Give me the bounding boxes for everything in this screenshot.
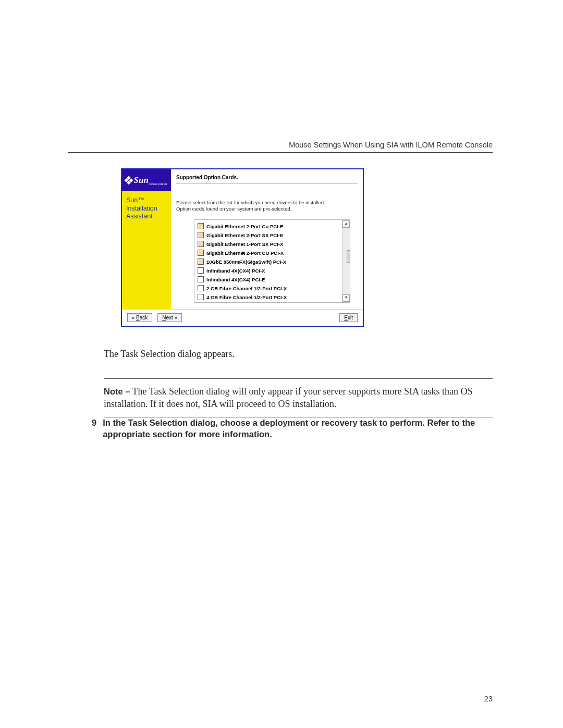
sun-logo-text: Sunmicrosystems: [134, 176, 168, 185]
scrollbar[interactable]: ▲ ▼: [342, 220, 350, 302]
sidebar-title: Sun™ Installation Assistant: [126, 196, 167, 221]
option-label: 4 GB Fibre Channel 1/2-Port PCI-X: [206, 294, 287, 300]
option-label: Infiniband 4X(CX4) PCI-X: [206, 268, 265, 274]
checkbox-icon[interactable]: [198, 250, 204, 256]
option-label: Infiniband 4X(CX4) PCI-E: [206, 277, 265, 282]
sidebar-title-line: Assistant: [126, 213, 167, 221]
sun-brand-sub: microsystems: [149, 182, 168, 186]
checkbox-icon[interactable]: [198, 223, 204, 229]
mouse-pointer-icon: ⬉: [241, 250, 246, 256]
note-label: Note –: [104, 387, 130, 396]
chevron-right-icon: »: [175, 315, 177, 320]
paragraph: The Task Selection dialog appears.: [104, 349, 493, 360]
instructions: Please select from the list for which yo…: [176, 200, 358, 212]
checkbox-icon[interactable]: [198, 285, 204, 291]
option-item[interactable]: Gigabit Ethernet 2-Port Cu PCI-E: [198, 222, 341, 231]
checkbox-icon[interactable]: [198, 232, 204, 238]
note-block: Note – The Task Selection dialog will on…: [104, 378, 493, 417]
option-item[interactable]: 2 GB Fibre Channel 1/2-Port PCI-X: [198, 284, 341, 293]
back-button[interactable]: « Back: [127, 313, 152, 322]
sidebar-title-line: Sun™: [126, 196, 167, 205]
option-label: Gigabit Ethernet 2-Port SX PCI-E: [206, 232, 283, 238]
next-label-rest: ext: [166, 315, 173, 320]
checkbox-icon[interactable]: [198, 267, 204, 274]
chevron-left-icon: «: [132, 315, 134, 320]
sun-brand: Sun: [134, 175, 149, 185]
option-item[interactable]: Gigabit Ethernet 2-Port CU PCI-X⬉: [198, 249, 341, 257]
checkbox-icon[interactable]: [198, 258, 204, 265]
option-item[interactable]: 10GbE 850nmFX(GigaSwift) PCI-X: [198, 257, 341, 266]
note-text: The Task Selection dialog will only appe…: [104, 386, 472, 409]
step-number: 9: [92, 417, 96, 440]
page-number: 23: [484, 695, 493, 703]
option-item[interactable]: 4 GB Fibre Channel 1/2-Port PCI-X: [198, 293, 341, 302]
running-head: Mouse Settings When Using SIA with ILOM …: [289, 141, 493, 149]
option-item[interactable]: Infiniband 4X(CX4) PCI-E: [198, 275, 341, 284]
sidebar-panel: Sun™ Installation Assistant: [122, 191, 171, 309]
back-label-rest: ack: [140, 315, 148, 320]
panel-heading: Supported Option Cards.: [176, 175, 358, 184]
dialog-button-bar: « Back Next » Exit: [122, 310, 363, 326]
option-item[interactable]: Infiniband 4X(CX4) PCI-X: [198, 266, 341, 275]
back-mnemonic: B: [136, 315, 140, 320]
exit-mnemonic: E: [344, 315, 348, 320]
sidebar-title-line: Installation: [126, 205, 167, 213]
dialog-body: Sunmicrosystems Sun™ Installation Assist…: [122, 169, 363, 310]
dialog-sidebar: Sunmicrosystems Sun™ Installation Assist…: [122, 169, 171, 309]
instructions-line: Option cards found on your system are pr…: [176, 206, 358, 212]
option-list[interactable]: Gigabit Ethernet 2-Port Cu PCI-EGigabit …: [194, 220, 342, 302]
sun-logo-icon: [124, 176, 133, 185]
exit-button[interactable]: Exit: [339, 313, 358, 322]
scroll-thumb[interactable]: [347, 250, 350, 263]
scroll-up-button[interactable]: ▲: [342, 220, 350, 228]
document-page: Mouse Settings When Using SIA with ILOM …: [0, 0, 563, 728]
option-label: Gigabit Ethernet 2-Port Cu PCI-E: [206, 224, 283, 229]
option-item[interactable]: Gigabit Ethernet 1-Port SX PCI-X: [198, 240, 341, 249]
option-cards-listbox[interactable]: Gigabit Ethernet 2-Port Cu PCI-EGigabit …: [194, 219, 350, 303]
step-text: In the Task Selection dialog, choose a d…: [103, 417, 493, 440]
option-label: 10GbE 850nmFX(GigaSwift) PCI-X: [206, 259, 286, 265]
next-button[interactable]: Next »: [157, 313, 182, 322]
checkbox-icon[interactable]: [198, 294, 204, 300]
instructions-line: Please select from the list for which yo…: [176, 200, 358, 206]
header-rule: [68, 152, 493, 153]
checkbox-icon[interactable]: [198, 276, 204, 282]
option-item[interactable]: Gigabit Ethernet 2-Port SX PCI-E: [198, 231, 341, 240]
scroll-down-button[interactable]: ▼: [342, 294, 350, 302]
exit-label-rest: xit: [348, 315, 353, 320]
sun-logo: Sunmicrosystems: [122, 169, 171, 191]
step-9: 9 In the Task Selection dialog, choose a…: [92, 417, 493, 440]
dialog-content: Supported Option Cards. Please select fr…: [171, 169, 363, 309]
sia-option-cards-dialog: Sunmicrosystems Sun™ Installation Assist…: [121, 168, 364, 327]
option-label: Gigabit Ethernet 1-Port SX PCI-X: [206, 241, 283, 247]
option-label: 2 GB Fibre Channel 1/2-Port PCI-X: [206, 286, 287, 291]
checkbox-icon[interactable]: [198, 241, 204, 247]
